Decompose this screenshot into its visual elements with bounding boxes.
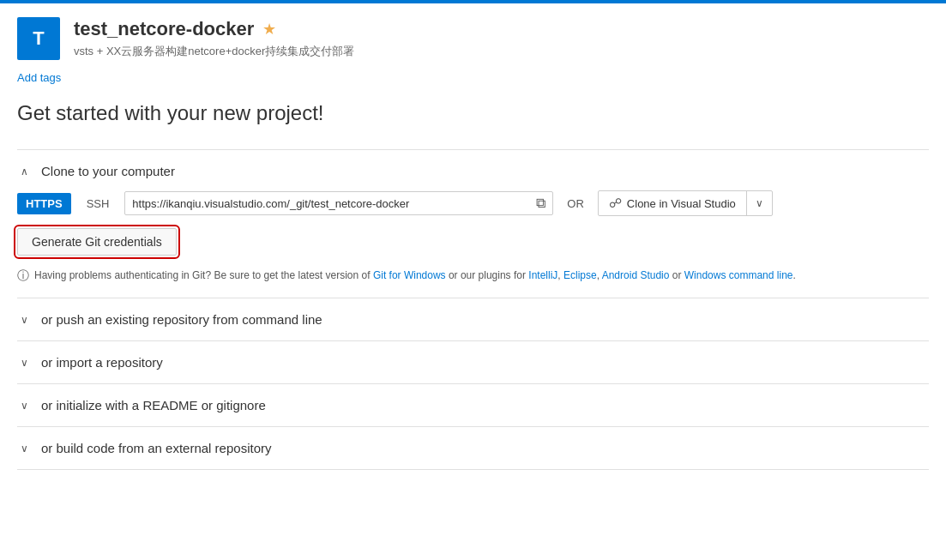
push-existing-title: or push an existing repository from comm… bbox=[41, 312, 322, 327]
clone-section-title: Clone to your computer bbox=[41, 164, 175, 178]
import-repo-section[interactable]: ∨ or import a repository bbox=[17, 340, 929, 383]
clone-vs-dropdown[interactable]: ∨ bbox=[747, 193, 772, 214]
header: T test_netcore-docker ★ vsts + XX云服务器构建n… bbox=[0, 3, 946, 69]
or-label: OR bbox=[567, 197, 584, 210]
clone-vs-label: Clone in Visual Studio bbox=[627, 197, 736, 210]
ssh-button[interactable]: SSH bbox=[78, 193, 118, 214]
chevron-up-icon: ∧ bbox=[17, 166, 31, 178]
visual-studio-icon: ☍ bbox=[609, 196, 622, 211]
clone-section-header[interactable]: ∧ Clone to your computer bbox=[17, 164, 929, 178]
build-external-title: or build code from an external repositor… bbox=[41, 441, 271, 455]
generate-git-credentials-button[interactable]: Generate Git credentials bbox=[17, 228, 177, 256]
windows-cmdline-link[interactable]: Windows command line bbox=[684, 269, 793, 281]
info-row: ⓘ Having problems authenticating in Git?… bbox=[17, 268, 929, 284]
info-icon: ⓘ bbox=[17, 268, 29, 284]
star-icon[interactable]: ★ bbox=[262, 20, 276, 39]
clone-section-body: HTTPS SSH ⧉ OR ☍ Clone in Visual Studio … bbox=[17, 190, 929, 284]
git-for-windows-link[interactable]: Git for Windows bbox=[373, 269, 446, 281]
url-field-wrapper: ⧉ bbox=[124, 191, 553, 215]
android-studio-link[interactable]: Android Studio bbox=[602, 269, 670, 281]
clone-controls: HTTPS SSH ⧉ OR ☍ Clone in Visual Studio … bbox=[17, 190, 929, 216]
chevron-down-icon-push: ∨ bbox=[17, 314, 31, 326]
add-tags-link[interactable]: Add tags bbox=[17, 70, 946, 84]
avatar: T bbox=[17, 17, 60, 60]
project-title-row: test_netcore-docker ★ bbox=[74, 18, 354, 40]
chevron-down-icon-import: ∨ bbox=[17, 357, 31, 369]
info-text: Having problems authenticating in Git? B… bbox=[34, 268, 796, 283]
initialize-readme-section[interactable]: ∨ or initialize with a README or gitigno… bbox=[17, 383, 929, 426]
copy-url-button[interactable]: ⧉ bbox=[529, 192, 552, 214]
add-tags-anchor[interactable]: Add tags bbox=[17, 71, 61, 84]
main-content: Get started with your new project! ∧ Clo… bbox=[0, 93, 946, 487]
clone-section: ∧ Clone to your computer HTTPS SSH ⧉ OR … bbox=[17, 149, 929, 298]
eclipse-link[interactable]: Eclipse bbox=[563, 269, 597, 281]
initialize-readme-title: or initialize with a README or gitignore bbox=[41, 398, 266, 412]
build-external-section[interactable]: ∨ or build code from an external reposit… bbox=[17, 426, 929, 470]
https-button[interactable]: HTTPS bbox=[17, 193, 71, 214]
clone-vs-main[interactable]: ☍ Clone in Visual Studio bbox=[599, 191, 747, 215]
push-existing-section[interactable]: ∨ or push an existing repository from co… bbox=[17, 298, 929, 340]
header-info: test_netcore-docker ★ vsts + XX云服务器构建net… bbox=[74, 18, 354, 59]
url-input[interactable] bbox=[125, 193, 529, 214]
chevron-down-icon-init: ∨ bbox=[17, 400, 31, 412]
project-subtitle: vsts + XX云服务器构建netcore+docker持续集成交付部署 bbox=[74, 44, 354, 59]
page-headline: Get started with your new project! bbox=[17, 101, 929, 125]
clone-vs-button[interactable]: ☍ Clone in Visual Studio ∨ bbox=[598, 190, 773, 216]
chevron-down-icon-build: ∨ bbox=[17, 443, 31, 455]
intellij-link[interactable]: IntelliJ bbox=[528, 269, 557, 281]
import-repo-title: or import a repository bbox=[41, 355, 163, 370]
project-title: test_netcore-docker bbox=[74, 18, 254, 40]
